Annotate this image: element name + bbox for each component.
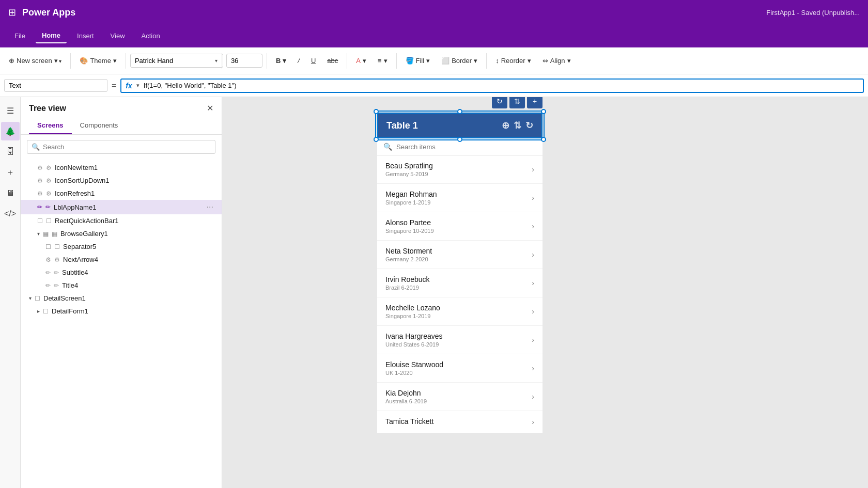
- formula-equals: =: [112, 81, 116, 90]
- sidebar-hamburger-icon[interactable]: ☰: [1, 101, 20, 120]
- sidebar-screen-icon[interactable]: 🖥: [1, 184, 20, 202]
- list-item-chevron: ›: [532, 165, 534, 174]
- list-item[interactable]: Tamica Trickett ›: [377, 411, 542, 433]
- tab-components[interactable]: Components: [72, 117, 127, 134]
- fill-icon: 🪣: [406, 57, 414, 65]
- align-button[interactable]: ≡ ▾: [373, 54, 392, 68]
- menu-action[interactable]: Action: [135, 29, 166, 43]
- tree-title: Tree view: [29, 104, 66, 113]
- app-search-input[interactable]: [396, 143, 536, 151]
- font-color-chevron: ▾: [363, 57, 366, 65]
- list-item[interactable]: Megan Rohman Singapore 1-2019 ›: [377, 184, 542, 212]
- list-item[interactable]: ⚙ ⚙ IconSortUpDown1: [21, 174, 222, 187]
- list-item[interactable]: ✏ ✏ Title4: [21, 279, 222, 292]
- reorder-button[interactable]: ↕ Reorder ▾: [491, 54, 535, 68]
- tree-item-label: DetailScreen1: [43, 294, 86, 302]
- bold-button[interactable]: B ▾: [271, 54, 291, 68]
- sidebar-tree-icon[interactable]: 🌲: [1, 122, 20, 140]
- list-item[interactable]: ⚙ ⚙ NextArrow4: [21, 253, 222, 266]
- menu-file[interactable]: File: [8, 29, 32, 43]
- tree-item-label: LblAppName1: [54, 203, 96, 211]
- new-screen-button[interactable]: ⊕ New screen ▾: [4, 54, 66, 68]
- font-color-button[interactable]: A ▾: [351, 54, 371, 68]
- tree-item-label: BrowseGallery1: [60, 230, 108, 238]
- resize-button[interactable]: ⇅: [509, 97, 525, 108]
- list-item[interactable]: Mechelle Lozano Singapore 1-2019 ›: [377, 297, 542, 326]
- add-item-icon[interactable]: ⊕: [502, 120, 509, 131]
- tree-close-button[interactable]: ✕: [207, 103, 213, 113]
- refresh-icon[interactable]: ↻: [525, 120, 533, 131]
- list-item-name: Kia Dejohn: [385, 389, 427, 397]
- border-button[interactable]: ⬜ Border ▾: [437, 54, 482, 68]
- list-item[interactable]: Alonso Partee Singapore 10-2019 ›: [377, 212, 542, 241]
- list-item-chevron: ›: [532, 279, 534, 287]
- list-item[interactable]: Kia Dejohn Australia 6-2019 ›: [377, 383, 542, 411]
- rotate-button[interactable]: ↻: [492, 97, 507, 108]
- property-selector[interactable]: Text: [4, 79, 107, 92]
- list-item-name: Mechelle Lozano: [385, 304, 440, 312]
- fill-chevron: ▾: [426, 57, 430, 65]
- tree-header: Tree view ✕: [21, 97, 222, 117]
- separator-6: [396, 53, 397, 69]
- list-item[interactable]: Neta Storment Germany 2-2020 ›: [377, 241, 542, 269]
- list-item[interactable]: ⚙ ⚙ IconRefresh1: [21, 187, 222, 200]
- separator-5: [347, 53, 347, 69]
- menu-view[interactable]: View: [104, 29, 131, 43]
- list-item[interactable]: ☐ ☐ Separator5: [21, 240, 222, 253]
- italic-button[interactable]: /: [293, 54, 304, 68]
- list-item-subtitle: Singapore 10-2019: [385, 228, 434, 234]
- fx-label: fx: [126, 82, 132, 90]
- theme-icon: 🎨: [80, 57, 88, 65]
- topbar: ⊞ Power Apps FirstApp1 - Saved (Unpublis…: [0, 0, 868, 25]
- list-item[interactable]: ▾ ☐ DetailScreen1: [21, 292, 222, 305]
- list-item[interactable]: Beau Spratling Germany 5-2019 ›: [377, 155, 542, 184]
- search-icon: 🔍: [32, 143, 40, 151]
- list-item[interactable]: ✏ ✏ Subtitle4: [21, 266, 222, 279]
- align-text-icon: ⇔: [542, 57, 548, 65]
- app-header-title: Table 1: [386, 120, 418, 131]
- tree-item-menu[interactable]: ···: [207, 202, 213, 212]
- formula-input-wrapper: fx ▾ If(1=0, "Hello World", "Table 1"): [120, 78, 864, 93]
- list-item[interactable]: Irvin Roebuck Brazil 6-2019 ›: [377, 269, 542, 297]
- list-item[interactable]: ▸ ☐ DetailForm1: [21, 305, 222, 318]
- list-item-chevron: ›: [532, 392, 534, 401]
- tree-search-input[interactable]: [43, 143, 211, 151]
- list-item-name: Irvin Roebuck: [385, 275, 430, 284]
- list-item-name: Tamica Trickett: [385, 417, 433, 426]
- list-item[interactable]: Elouise Stanwood UK 1-2020 ›: [377, 354, 542, 383]
- sidebar-plus-icon[interactable]: ＋: [1, 163, 20, 182]
- list-item[interactable]: Ivana Hargreaves United States 6-2019 ›: [377, 326, 542, 354]
- formula-text[interactable]: If(1=0, "Hello World", "Table 1"): [144, 82, 859, 89]
- list-item[interactable]: ▾ ▦ ▦ BrowseGallery1: [21, 227, 222, 240]
- canvas-area: ↻ ⇅ +: [222, 97, 868, 488]
- separator-2: [126, 53, 126, 69]
- border-chevron: ▾: [474, 57, 477, 65]
- strikethrough-button[interactable]: abc: [322, 54, 343, 68]
- tree-search: 🔍: [27, 140, 215, 154]
- tree-chevron: ▸: [37, 308, 40, 314]
- tab-screens[interactable]: Screens: [29, 117, 72, 134]
- theme-button[interactable]: 🎨 Theme ▾: [75, 54, 121, 68]
- underline-button[interactable]: U: [306, 54, 320, 68]
- menu-home[interactable]: Home: [36, 28, 67, 43]
- sidebar-code-icon[interactable]: </>: [1, 204, 20, 223]
- app-toolbar-icons: ⊕ ⇅ ↻: [502, 120, 533, 131]
- list-item-content: Elouise Stanwood UK 1-2020: [385, 360, 443, 376]
- list-item-chevron: ›: [532, 250, 534, 259]
- sidebar-data-icon[interactable]: 🗄: [1, 143, 20, 161]
- fill-button[interactable]: 🪣 Fill ▾: [401, 54, 435, 68]
- list-item-name: Alonso Partee: [385, 218, 434, 227]
- font-selector[interactable]: Patrick Hand: [130, 54, 223, 68]
- formula-chevron[interactable]: ▾: [136, 82, 140, 89]
- sort-icon[interactable]: ⇅: [514, 120, 521, 131]
- add-button[interactable]: +: [527, 97, 542, 108]
- list-item[interactable]: ⚙ ⚙ IconNewItem1: [21, 161, 222, 174]
- tree-item-label: IconNewItem1: [55, 164, 98, 171]
- menu-insert[interactable]: Insert: [71, 29, 100, 43]
- align-text-chevron: ▾: [567, 57, 571, 65]
- align-text-button[interactable]: ⇔ Align ▾: [538, 54, 576, 68]
- list-item[interactable]: ✏ ✏ LblAppName1 ···: [21, 200, 222, 214]
- list-item[interactable]: ☐ ☐ RectQuickActionBar1: [21, 214, 222, 227]
- list-item-subtitle: Australia 6-2019: [385, 398, 427, 404]
- font-size-selector[interactable]: 36: [226, 54, 262, 68]
